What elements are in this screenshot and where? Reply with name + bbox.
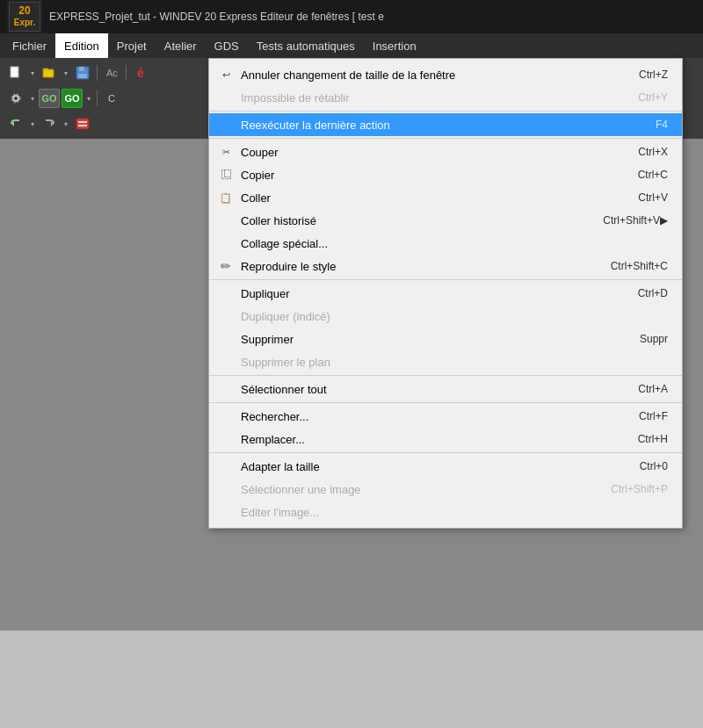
run-green-button[interactable]: GO — [62, 89, 83, 108]
menu-item-collage-special[interactable]: Collage spécial... — [209, 232, 682, 255]
settings-button[interactable] — [5, 89, 26, 108]
menu-item-fichier[interactable]: Fichier — [4, 33, 55, 58]
reproduire-label: Reproduire le style — [241, 260, 593, 273]
rechercher-label: Rechercher... — [241, 410, 621, 423]
coller-label: Coller — [241, 191, 620, 205]
rechercher-shortcut: Ctrl+F — [639, 410, 668, 422]
annuler-label: Annuler changement de taille de la fenêt… — [241, 68, 621, 82]
svg-point-8 — [13, 96, 18, 101]
svg-rect-0 — [11, 67, 18, 77]
toolbar-sep-3 — [97, 90, 98, 106]
open-button[interactable] — [39, 63, 60, 83]
menu-item-reexecuter[interactable]: Reexécuter la dernière action F4 — [209, 113, 682, 136]
menu-item-adapter[interactable]: Adapter la taille Ctrl+0 — [209, 455, 682, 478]
reproduire-shortcut: Ctrl+Shift+C — [611, 260, 668, 272]
supprimer-icon — [218, 331, 234, 347]
dropdown-menu: ↩ Annuler changement de taille de la fen… — [208, 58, 683, 529]
coller-shortcut: Ctrl+V — [638, 191, 668, 204]
list-button[interactable] — [72, 114, 93, 133]
dupliquer-indice-label: Dupliquer (indicé) — [241, 310, 650, 323]
menu-item-atelier[interactable]: Atelier — [156, 33, 206, 58]
tb-misc1[interactable]: Ac — [101, 63, 122, 83]
select-all-icon — [218, 381, 234, 397]
couper-shortcut: Ctrl+X — [638, 146, 668, 158]
run-dropdown[interactable]: ▾ — [84, 89, 93, 108]
adapter-icon — [218, 458, 234, 474]
new-button[interactable] — [5, 63, 26, 83]
menu-bar: Fichier Edition Projet Atelier GDS Tests… — [0, 33, 703, 58]
redo-icon — [218, 90, 234, 105]
collage-special-icon — [218, 235, 234, 251]
window-title: EXPRESS_Projet_tut - WINDEV 20 Express E… — [49, 11, 384, 23]
tb-c-button[interactable]: C — [101, 89, 122, 108]
settings-dropdown[interactable]: ▾ — [28, 89, 37, 108]
coller-hist-label: Coller historisé — [241, 214, 585, 227]
menu-section-findreplace: Rechercher... Ctrl+F Remplacer... Ctrl+H — [209, 403, 682, 453]
menu-item-gds[interactable]: GDS — [206, 33, 248, 58]
menu-section-image: Adapter la taille Ctrl+0 Sélectionner un… — [209, 453, 682, 525]
menu-item-coller[interactable]: 📋 Coller Ctrl+V — [209, 186, 682, 209]
svg-text:Ac: Ac — [106, 68, 118, 78]
dropdown-overlay: ↩ Annuler changement de taille de la fen… — [208, 58, 683, 529]
menu-item-sel-image: Sélectionner une image Ctrl+Shift+P — [209, 478, 682, 501]
menu-section-undoredo: ↩ Annuler changement de taille de la fen… — [209, 61, 682, 112]
coller-hist-icon — [218, 213, 234, 228]
menu-item-projet[interactable]: Projet — [108, 33, 156, 58]
undo-button[interactable] — [5, 114, 26, 133]
menu-item-coller-hist[interactable]: Coller historisé Ctrl+Shift+V▶ — [209, 209, 682, 232]
menu-item-copier[interactable]: ⿺ Copier Ctrl+C — [209, 163, 682, 186]
menu-item-insertion[interactable]: Insertion — [364, 33, 425, 58]
save-button[interactable] — [72, 63, 93, 83]
menu-item-selectionner-tout[interactable]: Sélectionner tout Ctrl+A — [209, 378, 682, 400]
select-all-label: Sélectionner tout — [241, 383, 620, 396]
menu-section-dupsupp: Dupliquer Ctrl+D Dupliquer (indicé) Supp… — [209, 280, 682, 376]
svg-rect-2 — [43, 69, 54, 77]
redo-dropdown[interactable]: ▾ — [62, 114, 70, 133]
menu-item-rechercher[interactable]: Rechercher... Ctrl+F — [209, 405, 682, 428]
run-button[interactable]: GO — [39, 89, 60, 108]
dupliquer-label: Dupliquer — [241, 287, 620, 300]
paste-icon: 📋 — [218, 190, 234, 205]
remplacer-shortcut: Ctrl+H — [638, 433, 668, 445]
new-dropdown[interactable]: ▾ — [28, 63, 37, 83]
app-logo: 20Expr. — [7, 0, 42, 33]
svg-rect-3 — [43, 68, 48, 70]
reproduire-icon: ✏ — [218, 258, 234, 274]
redo-button[interactable] — [39, 114, 60, 133]
annuler-shortcut: Ctrl+Z — [639, 68, 668, 81]
menu-item-tests[interactable]: Tests automatiques — [248, 33, 364, 58]
copier-shortcut: Ctrl+C — [638, 169, 668, 181]
svg-rect-5 — [79, 67, 84, 71]
adapter-shortcut: Ctrl+0 — [640, 460, 668, 472]
tb-red-item[interactable]: é — [130, 63, 151, 83]
menu-section-reexec: Reexécuter la dernière action F4 — [209, 112, 682, 139]
dupliquer-indice-icon — [218, 308, 234, 324]
supprimer-plan-label: Supprimer le plan — [241, 356, 650, 369]
menu-item-dupliquer[interactable]: Dupliquer Ctrl+D — [209, 282, 682, 305]
remplacer-icon — [218, 431, 234, 447]
sel-image-label: Sélectionner une image — [241, 483, 593, 496]
rechercher-icon — [218, 408, 234, 424]
sel-image-shortcut: Ctrl+Shift+P — [611, 483, 668, 495]
open-dropdown[interactable]: ▾ — [62, 63, 70, 83]
undo-dropdown[interactable]: ▾ — [28, 114, 37, 133]
menu-item-edition[interactable]: Edition — [55, 33, 108, 58]
copy-icon: ⿺ — [218, 167, 234, 183]
menu-item-reproduire[interactable]: ✏ Reproduire le style Ctrl+Shift+C — [209, 255, 682, 278]
menu-item-remplacer[interactable]: Remplacer... Ctrl+H — [209, 428, 682, 450]
menu-item-supprimer[interactable]: Supprimer Suppr — [209, 328, 682, 350]
svg-rect-6 — [78, 74, 87, 78]
menu-item-dupliquer-indice: Dupliquer (indicé) — [209, 305, 682, 328]
sel-image-icon — [218, 481, 234, 497]
menu-item-couper[interactable]: ✂ Couper Ctrl+X — [209, 141, 682, 163]
cut-icon: ✂ — [218, 144, 234, 160]
menu-section-clipboard: ✂ Couper Ctrl+X ⿺ Copier Ctrl+C 📋 Coller… — [209, 139, 682, 280]
menu-item-editer-image: Editer l'image... — [209, 501, 682, 523]
svg-rect-12 — [76, 119, 89, 129]
coller-hist-shortcut: Ctrl+Shift+V▶ — [603, 214, 668, 227]
menu-item-supprimer-plan: Supprimer le plan — [209, 350, 682, 373]
menu-item-annuler[interactable]: ↩ Annuler changement de taille de la fen… — [209, 63, 682, 86]
editer-image-icon — [218, 504, 234, 520]
supprimer-shortcut: Suppr — [640, 333, 668, 345]
collage-special-label: Collage spécial... — [241, 237, 650, 250]
